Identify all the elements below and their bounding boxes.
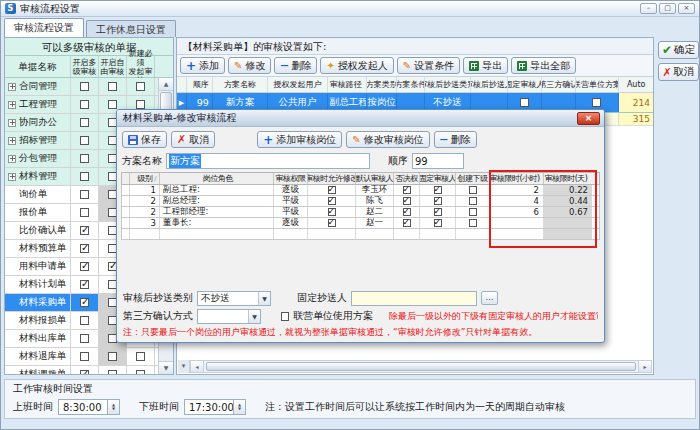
col-multi-audit[interactable]: 开启多 级审核 bbox=[71, 56, 99, 77]
position-row[interactable]: 1 副总工程: 逐级 李玉环 2 0.22 bbox=[121, 185, 600, 196]
col-auth-user[interactable]: 授权发起用户 bbox=[268, 77, 327, 92]
list-item[interactable]: 材料调拨单 bbox=[5, 366, 158, 374]
col-level[interactable]: 级别 bbox=[130, 173, 160, 184]
col-create-sub[interactable]: 创建下级 bbox=[456, 173, 490, 184]
multi-audit-checkbox[interactable] bbox=[71, 114, 99, 131]
add-button[interactable]: 添加 bbox=[180, 57, 225, 74]
dialog-close-button[interactable] bbox=[577, 112, 600, 125]
time-spinner-icon[interactable] bbox=[233, 400, 245, 414]
ok-button[interactable]: 确定 bbox=[658, 41, 699, 59]
col-cc-type[interactable]: 审核后抄送类别 bbox=[425, 77, 471, 92]
scrollbar-thumb[interactable] bbox=[206, 362, 636, 371]
scroll-up-icon[interactable] bbox=[159, 78, 173, 91]
create-sub-checkbox[interactable] bbox=[456, 218, 490, 228]
modify-position-button[interactable]: 修改审核岗位 bbox=[346, 131, 429, 148]
multi-audit-checkbox[interactable] bbox=[71, 294, 99, 311]
col-audit-path[interactable]: 审核路径 bbox=[328, 77, 368, 92]
cancel-button[interactable]: 取消 bbox=[658, 63, 699, 81]
cell-limit-hours[interactable]: 2 bbox=[490, 185, 544, 195]
expand-icon[interactable] bbox=[8, 155, 16, 163]
allow-modify-checkbox[interactable] bbox=[308, 207, 356, 217]
multi-audit-checkbox[interactable] bbox=[71, 330, 99, 347]
multi-audit-checkbox[interactable] bbox=[71, 186, 99, 203]
minimize-button[interactable] bbox=[640, 3, 657, 14]
must-initiate-checkbox[interactable] bbox=[127, 78, 155, 95]
joint-use-checkbox[interactable] bbox=[281, 312, 289, 321]
tab-rest-days[interactable]: 工作休息日设置 bbox=[86, 20, 176, 37]
create-sub-checkbox[interactable] bbox=[456, 207, 490, 217]
fixed-auditor-checkbox[interactable] bbox=[420, 196, 456, 206]
multi-audit-checkbox[interactable] bbox=[71, 132, 99, 149]
multi-audit-checkbox[interactable] bbox=[71, 366, 99, 374]
col-limit-days[interactable]: 审核限时(天) bbox=[544, 173, 592, 184]
multi-audit-checkbox[interactable] bbox=[71, 204, 99, 221]
multi-audit-checkbox[interactable] bbox=[71, 168, 99, 185]
col-role[interactable]: 岗位角色 bbox=[160, 173, 274, 184]
veto-checkbox[interactable] bbox=[394, 218, 420, 228]
multi-audit-checkbox[interactable] bbox=[71, 258, 99, 275]
col-plan-cond[interactable]: 方案条件 bbox=[397, 77, 425, 92]
list-item[interactable]: 材料退库单 bbox=[5, 348, 158, 366]
col-joint-plan[interactable]: 联营单位方案 bbox=[576, 77, 620, 92]
order-input[interactable]: 99 bbox=[412, 153, 464, 169]
col-fixed-auditor[interactable]: 固定审核人 bbox=[420, 173, 456, 184]
must-initiate-checkbox[interactable] bbox=[127, 366, 155, 374]
tab-audit-flow[interactable]: 审核流程设置 bbox=[4, 18, 84, 37]
cc-type-select[interactable]: 不抄送 bbox=[197, 291, 271, 306]
position-row[interactable]: 2 副总经理: 平级 陈飞 4 0.44 bbox=[121, 196, 600, 207]
expand-icon[interactable] bbox=[8, 101, 16, 109]
multi-audit-checkbox[interactable] bbox=[71, 96, 99, 113]
expand-icon[interactable] bbox=[8, 119, 16, 127]
scroll-left-icon[interactable] bbox=[191, 361, 204, 372]
multi-audit-checkbox[interactable] bbox=[71, 78, 99, 95]
fixed-auditor-checkbox[interactable] bbox=[420, 185, 456, 195]
position-row[interactable]: 2 工程部经理: 平级 赵二 6 0.67 bbox=[121, 207, 600, 218]
free-audit-checkbox[interactable] bbox=[99, 366, 127, 374]
must-initiate-checkbox[interactable] bbox=[127, 348, 155, 365]
cell-limit-hours[interactable]: 4 bbox=[490, 196, 544, 206]
col-plan-type[interactable]: 方案类别 bbox=[367, 77, 397, 92]
col-cc-person[interactable]: 审核后抄送人 bbox=[471, 77, 509, 92]
multi-audit-checkbox[interactable] bbox=[71, 222, 99, 239]
cell-limit-hours[interactable] bbox=[490, 218, 544, 228]
scroll-right-icon[interactable] bbox=[638, 361, 651, 372]
multi-audit-checkbox[interactable] bbox=[71, 150, 99, 167]
col-auto[interactable]: Auto bbox=[619, 77, 653, 92]
multi-audit-checkbox[interactable] bbox=[71, 276, 99, 293]
maximize-button[interactable] bbox=[659, 3, 676, 14]
col-plan-name[interactable]: 方案名称 bbox=[213, 77, 269, 92]
col-allow-modify[interactable]: 审核时允许修改 bbox=[308, 173, 356, 184]
expand-icon[interactable] bbox=[8, 173, 16, 181]
col-must-initiate[interactable]: 新建必须 发起审核 bbox=[127, 56, 155, 77]
fixed-auditor-checkbox[interactable] bbox=[420, 218, 456, 228]
col-order[interactable]: 顺序 bbox=[187, 77, 213, 92]
free-audit-checkbox[interactable] bbox=[99, 348, 127, 365]
create-sub-checkbox[interactable] bbox=[456, 185, 490, 195]
veto-checkbox[interactable] bbox=[394, 207, 420, 217]
allow-modify-checkbox[interactable] bbox=[308, 196, 356, 206]
export-button[interactable]: 导出 bbox=[463, 57, 508, 74]
end-time-field[interactable]: 17:30:00 bbox=[184, 399, 246, 415]
col-doc-name[interactable]: 单据名称 bbox=[5, 56, 71, 77]
position-row[interactable]: 3 董事长: 逐级 赵一 bbox=[121, 218, 600, 229]
allow-modify-checkbox[interactable] bbox=[308, 185, 356, 195]
col-free-audit[interactable]: 开启自 由审核 bbox=[99, 56, 127, 77]
multi-audit-checkbox[interactable] bbox=[71, 348, 99, 365]
list-item[interactable]: 合同管理 bbox=[5, 78, 158, 96]
cell-limit-hours[interactable]: 6 bbox=[490, 207, 544, 217]
col-fixed-auditor[interactable]: 固定审核人 bbox=[508, 77, 542, 92]
col-default-auditor[interactable]: 默认审核人 bbox=[356, 173, 394, 184]
col-veto[interactable]: 否决权 bbox=[394, 173, 420, 184]
scroll-corner-icon[interactable] bbox=[178, 360, 190, 373]
allow-modify-checkbox[interactable] bbox=[308, 218, 356, 228]
third-party-select[interactable] bbox=[197, 309, 261, 324]
save-button[interactable]: 保存 bbox=[122, 131, 167, 148]
col-limit-hours[interactable]: 审核限时(小时) bbox=[490, 173, 544, 184]
add-position-button[interactable]: 添加审核岗位 bbox=[257, 131, 342, 148]
expand-icon[interactable] bbox=[8, 83, 16, 91]
create-sub-checkbox[interactable] bbox=[456, 196, 490, 206]
expand-icon[interactable] bbox=[8, 137, 16, 145]
export-all-button[interactable]: 导出全部 bbox=[511, 57, 576, 74]
plan-name-input[interactable]: 新方案 bbox=[166, 153, 370, 169]
dialog-cancel-button[interactable]: 取消 bbox=[171, 131, 215, 148]
